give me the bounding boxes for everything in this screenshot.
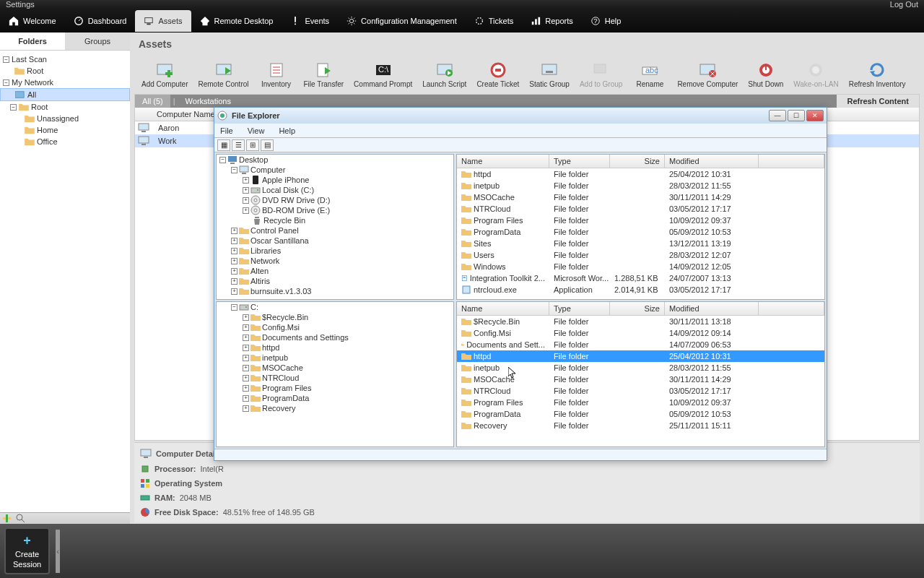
fe-file-row[interactable]: NTRCloudFile folder03/05/2012 17:17: [457, 385, 824, 397]
fe-tree-node[interactable]: −C:: [217, 302, 453, 312]
fe-file-row[interactable]: WindowsFile folder14/09/2012 12:05: [457, 261, 824, 272]
tool-cmdprompt[interactable]: C:\Command Prompt: [349, 59, 417, 91]
tool-filetransfer[interactable]: File Transfer: [300, 59, 349, 91]
fe-col-size[interactable]: Size: [610, 155, 665, 168]
fe-col-modified[interactable]: Modified: [665, 155, 759, 168]
tool-remotecontrol[interactable]: Remote Control: [193, 59, 253, 91]
expand-toggle[interactable]: +: [243, 187, 249, 194]
nav-help[interactable]: ?Help: [582, 10, 630, 32]
expand-toggle[interactable]: +: [243, 395, 249, 402]
tool-removecomputer[interactable]: Remove Computer: [673, 59, 742, 91]
fe-tree-node[interactable]: +Documents and Settings: [217, 332, 453, 342]
expand-toggle[interactable]: +: [243, 375, 249, 381]
fe-file-row[interactable]: RecoveryFile folder25/11/2011 15:11: [457, 420, 824, 431]
fe-file-row[interactable]: Config.MsiFile folder14/09/2012 09:14: [457, 327, 824, 339]
tool-staticgroup[interactable]: Static Group: [525, 59, 574, 91]
expand-toggle[interactable]: +: [243, 335, 249, 341]
fe-col-name[interactable]: Name: [457, 302, 549, 315]
fe-tree-node[interactable]: −Desktop: [217, 155, 453, 165]
fe-file-row[interactable]: Program FilesFile folder10/09/2012 09:37: [457, 397, 824, 408]
fe-menu-help[interactable]: Help: [276, 125, 298, 137]
nav-tickets[interactable]: Tickets: [466, 10, 522, 32]
expand-toggle[interactable]: +: [231, 268, 237, 275]
add-icon[interactable]: [3, 514, 13, 524]
fe-tree-node[interactable]: +ProgramData: [217, 393, 453, 403]
fe-tree-node[interactable]: +Apple iPhone: [217, 175, 453, 185]
fe-tree-node[interactable]: +$Recycle.Bin: [217, 312, 453, 322]
fe-tree-node[interactable]: +Program Files: [217, 383, 453, 393]
fe-file-row[interactable]: ProgramDataFile folder05/09/2012 10:53: [457, 408, 824, 420]
fe-tree-node[interactable]: +MSOCache: [217, 363, 453, 373]
fe-file-row[interactable]: inetpubFile folder28/03/2012 11:55: [457, 362, 824, 374]
expand-toggle[interactable]: +: [243, 355, 249, 361]
nav-remote[interactable]: Remote Desktop: [191, 10, 282, 32]
fe-col-size[interactable]: Size: [610, 302, 665, 315]
expand-toggle[interactable]: +: [243, 324, 249, 331]
expand-toggle[interactable]: +: [231, 238, 237, 244]
fe-file-row[interactable]: Program FilesFile folder10/09/2012 09:37: [457, 215, 824, 226]
fe-file-row[interactable]: NTRCloudFile folder03/05/2012 17:17: [457, 203, 824, 215]
fe-file-row[interactable]: Integration Toolkit 2...Microsoft Wor...…: [457, 272, 824, 284]
create-session-button[interactable]: + Create Session: [4, 527, 50, 574]
fe-tree-node[interactable]: +Network: [217, 256, 453, 266]
close-button[interactable]: ✕: [806, 110, 824, 121]
expand-toggle[interactable]: +: [243, 197, 249, 204]
nav-reports[interactable]: Reports: [522, 10, 582, 32]
fe-menu-view[interactable]: View: [245, 125, 268, 137]
tree-mynetwork[interactable]: −My Network: [0, 77, 130, 88]
nav-dashboard[interactable]: Dashboard: [65, 10, 136, 32]
settings-link[interactable]: Settings: [6, 0, 35, 9]
fe-file-row[interactable]: ntrcloud.exeApplication2.014,91 KB03/05/…: [457, 284, 824, 296]
fe-list-top[interactable]: Name Type Size Modified httpdFile folder…: [456, 154, 825, 300]
fe-tree-node[interactable]: +Config.Msi: [217, 322, 453, 332]
sidebar-tab-groups[interactable]: Groups: [65, 33, 130, 50]
tool-refreshinv[interactable]: Refresh Inventory: [845, 59, 910, 91]
fe-tree-node[interactable]: +burnsuite.v1.3.03: [217, 286, 453, 296]
tool-rename[interactable]: abcRename: [628, 59, 671, 91]
fe-view-icons[interactable]: ▦: [217, 139, 230, 151]
fe-tree-node[interactable]: +Control Panel: [217, 225, 453, 236]
expand-toggle[interactable]: +: [243, 405, 249, 412]
expand-toggle[interactable]: +: [231, 258, 237, 264]
fe-view-tiles[interactable]: ▤: [261, 139, 274, 151]
tool-createticket[interactable]: Create Ticket: [472, 59, 523, 91]
expand-toggle[interactable]: +: [231, 278, 237, 285]
fe-file-row[interactable]: httpdFile folder25/04/2012 10:31: [457, 168, 824, 180]
fe-tree-node[interactable]: +Altiris: [217, 276, 453, 286]
fe-titlebar[interactable]: File Explorer — ☐ ✕: [214, 108, 827, 124]
fe-tree-bottom[interactable]: −C:+$Recycle.Bin+Config.Msi+Documents an…: [216, 301, 454, 447]
expand-toggle[interactable]: +: [243, 207, 249, 214]
tree-root2[interactable]: −Root: [0, 101, 130, 113]
fe-file-row[interactable]: SitesFile folder13/12/2011 13:19: [457, 238, 824, 249]
fe-col-type[interactable]: Type: [549, 302, 610, 315]
nav-config[interactable]: Configuration Management: [338, 10, 466, 32]
nav-assets[interactable]: Assets: [135, 10, 191, 32]
fe-tree-node[interactable]: +NTRCloud: [217, 373, 453, 383]
fe-file-row[interactable]: Documents and Sett...File folder14/07/20…: [457, 339, 824, 350]
list-tab-workstations[interactable]: Workstations: [178, 95, 238, 108]
tool-shutdown[interactable]: Shut Down: [744, 59, 788, 91]
expand-toggle[interactable]: +: [243, 345, 249, 351]
expand-toggle[interactable]: −: [231, 167, 237, 173]
fe-tree-node[interactable]: +Libraries: [217, 246, 453, 256]
expand-toggle[interactable]: −: [231, 304, 237, 311]
fe-tree-node[interactable]: +BD-ROM Drive (E:): [217, 205, 453, 215]
expand-toggle[interactable]: +: [243, 385, 249, 392]
fe-tree-node[interactable]: +DVD RW Drive (D:): [217, 195, 453, 205]
fe-file-row[interactable]: $Recycle.BinFile folder30/11/2011 13:18: [457, 316, 824, 327]
fe-tree-node[interactable]: +Oscar Santillana: [217, 236, 453, 246]
tool-addcomputer[interactable]: Add Computer: [137, 59, 192, 91]
tree-root1[interactable]: Root: [0, 65, 130, 77]
expand-toggle[interactable]: +: [243, 314, 249, 321]
fe-file-row[interactable]: inetpubFile folder28/03/2012 11:55: [457, 180, 824, 191]
minimize-button[interactable]: —: [769, 110, 786, 121]
tree-office[interactable]: Office: [0, 136, 130, 147]
fe-menu-file[interactable]: File: [217, 125, 236, 137]
fe-col-modified[interactable]: Modified: [665, 302, 759, 315]
fe-view-details[interactable]: ⊞: [246, 139, 259, 151]
fe-tree-node[interactable]: +httpd: [217, 342, 453, 353]
tool-launchscript[interactable]: Launch Script: [418, 59, 471, 91]
nav-welcome[interactable]: Welcome: [0, 10, 65, 32]
fe-file-row[interactable]: MSOCacheFile folder30/11/2011 14:29: [457, 191, 824, 203]
list-tab-all[interactable]: All (5): [135, 95, 170, 108]
